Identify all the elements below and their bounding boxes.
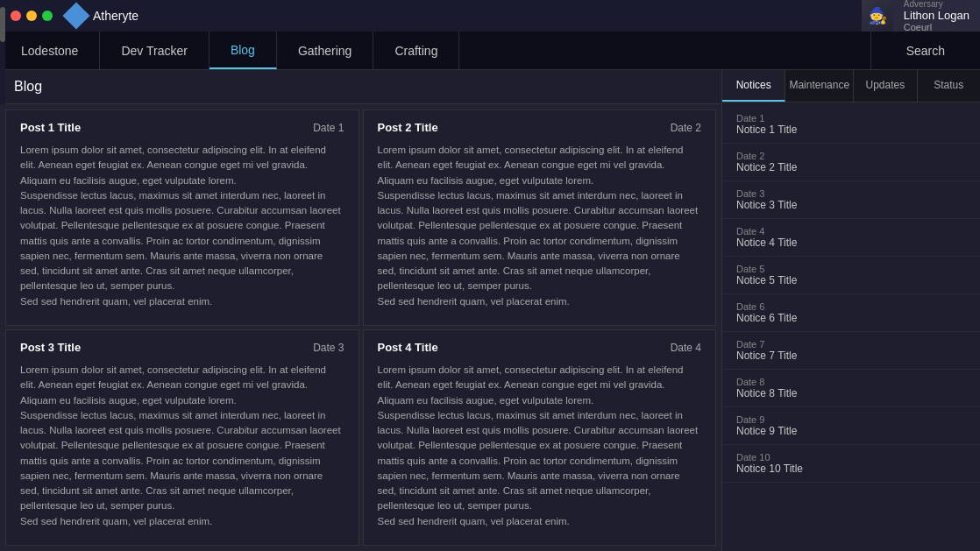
notice-item-10[interactable]: Date 10 Notice 10 Title <box>722 445 980 483</box>
diamond-icon <box>62 2 89 29</box>
notice-date: Date 7 <box>736 339 966 350</box>
sidebar-tab-maintenance[interactable]: Maintenance <box>785 70 854 102</box>
blog-post-title: Post 4 Title <box>378 341 438 354</box>
page-title: Blog <box>0 70 721 104</box>
nav-crafting[interactable]: Crafting <box>373 32 459 69</box>
blog-card-1[interactable]: Post 1 Title Date 1 Lorem ipsum dolor si… <box>5 109 359 326</box>
notice-item-3[interactable]: Date 3 Notice 3 Title <box>722 181 980 219</box>
notice-title: Notice 9 Title <box>736 425 966 437</box>
user-info[interactable]: 🧙 Adversary Lithon Logan Coeurl <box>862 0 980 32</box>
nav-search[interactable]: Search <box>870 32 980 69</box>
notice-date: Date 8 <box>736 377 966 387</box>
notice-date: Date 1 <box>736 113 966 124</box>
notice-date: Date 4 <box>736 226 966 237</box>
sidebar-tab-status[interactable]: Status <box>918 70 980 102</box>
nav-devtracker[interactable]: Dev Tracker <box>100 32 209 69</box>
notices-list: Date 1 Notice 1 Title Date 2 Notice 2 Ti… <box>722 102 980 551</box>
user-server: Coeurl <box>904 22 969 32</box>
sidebar-tab-updates[interactable]: Updates <box>854 70 917 102</box>
notice-title: Notice 7 Title <box>736 350 966 362</box>
user-name: Lithon Logan <box>904 9 969 22</box>
nav-lodestone[interactable]: Lodestone <box>0 32 100 69</box>
sidebar-tabs: NoticesMaintenanceUpdatesStatus <box>722 70 980 102</box>
blog-post-body: Lorem ipsum dolor sit amet, consectetur … <box>378 143 702 309</box>
notice-title: Notice 4 Title <box>736 237 966 249</box>
notice-title: Notice 1 Title <box>736 124 966 136</box>
blog-card-2[interactable]: Post 2 Title Date 2 Lorem ipsum dolor si… <box>363 109 717 326</box>
sidebar: NoticesMaintenanceUpdatesStatus Date 1 N… <box>721 70 980 551</box>
window-controls <box>11 11 53 21</box>
notice-item-5[interactable]: Date 5 Notice 5 Title <box>722 257 980 294</box>
app-logo: Atheryte <box>67 6 138 25</box>
notice-item-7[interactable]: Date 7 Notice 7 Title <box>722 332 980 370</box>
blog-post-title: Post 2 Title <box>378 121 438 134</box>
blog-card-header: Post 2 Title Date 2 <box>378 121 702 134</box>
blog-card-header: Post 4 Title Date 4 <box>378 341 702 354</box>
notice-item-1[interactable]: Date 1 Notice 1 Title <box>722 106 980 144</box>
minimize-button[interactable] <box>26 11 37 21</box>
notice-item-8[interactable]: Date 8 Notice 8 Title <box>722 370 980 407</box>
notice-date: Date 3 <box>736 188 966 199</box>
app-name: Atheryte <box>93 9 138 23</box>
notice-date: Date 5 <box>736 264 966 274</box>
blog-card-header: Post 3 Title Date 3 <box>20 341 344 354</box>
notice-date: Date 9 <box>736 414 966 425</box>
notice-title: Notice 8 Title <box>736 387 966 399</box>
close-button[interactable] <box>11 11 21 21</box>
notice-title: Notice 10 Title <box>736 463 966 475</box>
blog-card-3[interactable]: Post 3 Title Date 3 Lorem ipsum dolor si… <box>5 329 359 546</box>
notice-title: Notice 3 Title <box>736 199 966 211</box>
main-section: Blog Post 1 Title Date 1 Lorem ipsum dol… <box>0 70 721 551</box>
user-label: Adversary <box>904 0 969 9</box>
maximize-button[interactable] <box>42 11 53 21</box>
nav-gathering[interactable]: Gathering <box>277 32 373 69</box>
blog-post-date: Date 1 <box>313 122 344 134</box>
blog-post-body: Lorem ipsum dolor sit amet, consectetur … <box>20 363 344 529</box>
blog-post-title: Post 3 Title <box>20 341 81 354</box>
blog-post-title: Post 1 Title <box>20 121 81 134</box>
notice-date: Date 6 <box>736 301 966 312</box>
blog-post-body: Lorem ipsum dolor sit amet, consectetur … <box>378 363 702 529</box>
notice-item-2[interactable]: Date 2 Notice 2 Title <box>722 144 980 181</box>
blog-grid: Post 1 Title Date 1 Lorem ipsum dolor si… <box>0 104 721 551</box>
blog-card-4[interactable]: Post 4 Title Date 4 Lorem ipsum dolor si… <box>363 329 717 546</box>
blog-post-date: Date 2 <box>671 122 701 134</box>
notice-item-9[interactable]: Date 9 Notice 9 Title <box>722 407 980 445</box>
notice-date: Date 2 <box>736 151 966 161</box>
blog-post-date: Date 3 <box>313 342 344 354</box>
notice-title: Notice 5 Title <box>736 274 966 286</box>
notice-title: Notice 2 Title <box>736 161 966 173</box>
blog-post-body: Lorem ipsum dolor sit amet, consectetur … <box>20 143 344 309</box>
blog-post-date: Date 4 <box>671 342 701 354</box>
user-details: Adversary Lithon Logan Coeurl <box>893 0 980 32</box>
navbar: Lodestone Dev Tracker Blog Gathering Cra… <box>0 32 980 70</box>
titlebar: Atheryte 🧙 Adversary Lithon Logan Coeurl <box>0 0 980 32</box>
notice-item-4[interactable]: Date 4 Notice 4 Title <box>722 219 980 257</box>
blog-card-header: Post 1 Title Date 1 <box>20 121 344 134</box>
notice-date: Date 10 <box>736 452 966 463</box>
notice-title: Notice 6 Title <box>736 312 966 324</box>
sidebar-tab-notices[interactable]: Notices <box>722 70 785 102</box>
content-area: Blog Post 1 Title Date 1 Lorem ipsum dol… <box>0 70 980 551</box>
avatar: 🧙 <box>862 0 893 32</box>
notice-item-6[interactable]: Date 6 Notice 6 Title <box>722 294 980 332</box>
avatar-image: 🧙 <box>862 0 893 32</box>
nav-blog[interactable]: Blog <box>209 32 277 69</box>
